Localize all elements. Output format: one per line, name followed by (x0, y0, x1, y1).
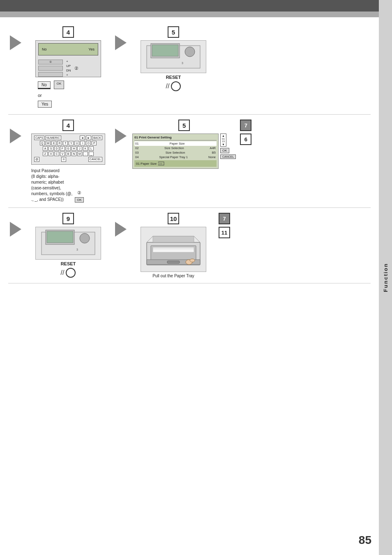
key-underscore[interactable]: _ (89, 152, 94, 156)
key-o[interactable]: O (86, 141, 91, 145)
svg-rect-18 (167, 261, 180, 263)
ok-button-small[interactable]: OK (75, 197, 84, 203)
or-text: or (38, 93, 42, 98)
scroll-down[interactable]: ▼ (222, 143, 225, 146)
right-arrow-key[interactable]: ► (86, 136, 91, 140)
step-4a-content: 4 No Yes ① (27, 26, 109, 109)
key-t[interactable]: T (63, 141, 68, 145)
svg-line-19 (147, 236, 153, 242)
key-a[interactable]: A (43, 146, 48, 151)
arrow-shape-5 (10, 222, 21, 237)
key-c[interactable]: C (54, 152, 59, 156)
key-at[interactable]: @ (34, 157, 39, 162)
svg-point-10 (80, 233, 90, 243)
page-number: 85 (359, 534, 371, 547)
yes-button-label[interactable]: Yes (38, 101, 52, 108)
lcd-ok-btn[interactable]: OK (220, 148, 229, 153)
lcd-side-controls: ▲ 0113 ▼ OK CANCEL (220, 134, 236, 159)
svg-text:3: 3 (76, 248, 78, 251)
reset-device-2: 3 (35, 227, 101, 260)
key-u[interactable]: U (74, 141, 79, 145)
reset-container-1: 3 RESET // (141, 40, 206, 91)
key-r[interactable]: R (57, 141, 62, 145)
key-w[interactable]: W (46, 141, 51, 145)
key-y[interactable]: Y (69, 141, 74, 145)
reset-label-2: RESET (61, 261, 76, 266)
back-key[interactable]: BACK (92, 136, 102, 140)
key-q[interactable]: Q (40, 141, 45, 145)
lcd-item-3-val: B5 (212, 151, 216, 154)
scroll-up[interactable]: ▲ (222, 134, 225, 137)
svg-point-3 (185, 47, 195, 57)
step-10-unit: 10 (132, 213, 214, 278)
step-9-number: 9 (62, 213, 74, 224)
step-5b-number: 5 (178, 120, 190, 131)
step-5b-unit: 5 01 Print General Setting 01 Paper Size… (132, 120, 236, 169)
password-row: Input Password(8 digits: alpha-numeric; … (31, 166, 84, 203)
key-e[interactable]: E (51, 141, 56, 145)
key-m[interactable]: M (77, 152, 82, 156)
key-d[interactable]: D (54, 146, 59, 151)
no-button-label[interactable]: No (38, 81, 51, 89)
key-i[interactable]: I (80, 141, 85, 145)
paper-tray-caption: Pull out the Paper Tray (152, 274, 194, 278)
key-s[interactable]: S (48, 146, 53, 151)
header-bar (0, 0, 379, 12)
lcd-item-3[interactable]: 03 Size Selection B5 (134, 150, 217, 155)
lcd-item-2-val: A4R (210, 146, 216, 150)
key-p[interactable]: P (92, 141, 97, 145)
key-k[interactable]: K (83, 146, 88, 151)
section-row-2: 4 CAPS NUMERIC ◄ ► BACK (8, 115, 371, 208)
lcd-cancel-btn[interactable]: CANCEL (220, 154, 236, 159)
scroll-controls: ▲ 0113 ▼ (220, 134, 226, 147)
paper-tray-image (141, 227, 206, 272)
key-b[interactable]: B (66, 152, 71, 156)
step-11-slash-top: 7 (219, 213, 230, 224)
key-h[interactable]: H (71, 146, 76, 151)
scroll-page-num: 0113 (222, 138, 225, 143)
lcd-item-2[interactable]: 02 Size Selection A4R (134, 146, 217, 150)
step-5b-content: 5 01 Print General Setting 01 Paper Size… (132, 120, 236, 169)
finger-icon: ① (61, 157, 66, 162)
key-n[interactable]: N (71, 152, 76, 156)
yes-text: Yes (88, 47, 95, 51)
svg-rect-22 (153, 236, 194, 242)
key-f[interactable]: F (60, 146, 65, 151)
step-10-content: 10 (132, 213, 214, 278)
key-x[interactable]: X (48, 152, 53, 156)
key-v[interactable]: V (60, 152, 65, 156)
lcd-item-2-num: 02 (135, 146, 138, 150)
key-j[interactable]: J (77, 146, 82, 151)
panel-screen: No Yes ① + (35, 40, 101, 77)
caps-key[interactable]: CAPS (34, 136, 44, 140)
lcd-item-1[interactable]: 01 Paper Size (134, 141, 217, 146)
reset-slash-2: // (61, 269, 65, 276)
lcd-list: 01 Print General Setting 01 Paper Size 0… (132, 134, 219, 169)
key-cancel[interactable]: CANCEL (88, 157, 102, 162)
arrow-shape-1 (10, 35, 21, 50)
svg-line-20 (194, 236, 200, 242)
svg-rect-2 (152, 45, 178, 56)
lcd-item-4[interactable]: 04 Special Paper Tray 1 None (134, 155, 217, 159)
key-dot[interactable]: . (83, 152, 88, 156)
reset-slash-1: // (166, 83, 170, 90)
numeric-key[interactable]: NUMERIC (45, 136, 61, 140)
svg-point-24 (190, 259, 195, 262)
no-text: No (42, 47, 47, 51)
key-z[interactable]: Z (43, 152, 48, 156)
left-arrow-key[interactable]: ◄ (80, 136, 85, 140)
step-6-slash-top: 7 (240, 120, 251, 131)
step-4a-unit: 4 No Yes ① (27, 26, 109, 109)
arrow-3 (8, 128, 23, 144)
svg-rect-16 (153, 249, 194, 252)
lcd-item-1-label: Paper Size (170, 142, 185, 145)
ok-button-label[interactable]: OK (54, 81, 65, 89)
key-l[interactable]: L (89, 146, 94, 151)
step-5a-number: 5 (168, 26, 179, 38)
step-6-number: 6 (240, 134, 251, 145)
step-9-unit: 9 3 RESET // (27, 213, 109, 278)
step-11-number: 11 (219, 227, 230, 238)
main-content: 4 No Yes ① (0, 17, 379, 288)
svg-text:3: 3 (182, 62, 183, 64)
key-g[interactable]: G (66, 146, 71, 151)
